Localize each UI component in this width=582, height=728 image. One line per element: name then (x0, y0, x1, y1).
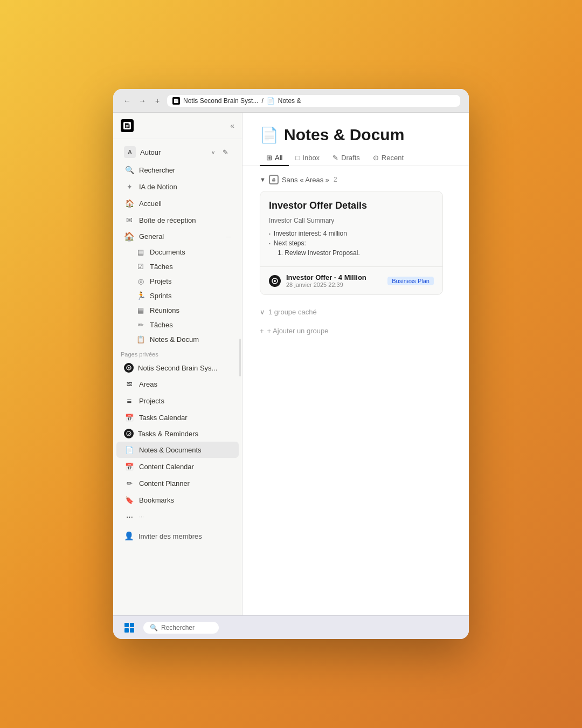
back-button[interactable]: ← (122, 95, 133, 106)
card-preview: Investor Offer Details Investor Call Sum… (260, 191, 442, 266)
sidebar-item-tasks-reminders[interactable]: Tasks & Reminders (116, 426, 239, 441)
svg-rect-0 (175, 100, 178, 101)
group-header[interactable]: ▼ Sans « Areas » 2 (260, 175, 452, 184)
sidebar-header: « (113, 113, 242, 139)
add-group-button[interactable]: + + Ajouter un groupe (260, 322, 452, 339)
add-tab-button[interactable]: + (152, 95, 163, 106)
address-bar[interactable]: Notis Second Brain Syst... / 📄 Notes & (167, 95, 460, 107)
tasks-calendar-icon: 📅 (124, 412, 135, 423)
sidebar-sub-reunions[interactable]: ▤ Réunions (116, 303, 239, 317)
breadcrumb-sep: / (261, 97, 263, 105)
add-group-label: + Ajouter un groupe (267, 327, 329, 335)
sidebar-item-content-planner[interactable]: ✏ Content Planner (116, 475, 239, 491)
taskbar-search-icon: 🔍 (150, 624, 158, 631)
card-footer-info: Investor Offer - 4 Million 28 janvier 20… (286, 273, 382, 288)
sub-item-label: Tâches (150, 263, 173, 271)
tab-inbox[interactable]: □ Inbox (289, 150, 326, 166)
tab-recent-label: Recent (382, 154, 404, 162)
hidden-group[interactable]: ∨ 1 groupe caché (260, 304, 452, 320)
forward-button[interactable]: → (137, 95, 148, 106)
workspace-chevron-icon: ∨ (211, 149, 215, 155)
bullet-text: Investor interest: 4 million (274, 230, 347, 237)
bookmarks-icon: 🔖 (124, 495, 135, 505)
sidebar-item-content-calendar[interactable]: 📅 Content Calendar (116, 458, 239, 475)
sidebar-item-tasks-calendar[interactable]: 📅 Tasks Calendar (116, 409, 239, 425)
tab-recent[interactable]: ⊙ Recent (366, 150, 410, 166)
page-header: 📄 Notes & Docum (242, 113, 469, 144)
content-planner-label: Content Planner (139, 479, 190, 487)
svg-point-9 (127, 431, 131, 436)
svg-point-12 (274, 280, 276, 282)
sidebar-item-general[interactable]: 🏠 General — (116, 229, 239, 244)
card-footer-notion-icon (269, 275, 281, 287)
sidebar-item-ia-notion[interactable]: ✦ IA de Notion (116, 178, 239, 195)
campaign-brief-icon: 📋 (136, 334, 146, 344)
favicon (172, 97, 180, 105)
invite-icon: 👤 (124, 531, 134, 541)
sidebar-sub-taches1[interactable]: ☑ Tâches (116, 259, 239, 273)
all-icon: ⊞ (266, 154, 272, 162)
main-content: 📄 Notes & Docum ⊞ All □ Inbox ✎ Drafts (242, 113, 469, 615)
investor-offer-card[interactable]: Investor Offer Details Investor Call Sum… (260, 191, 443, 295)
windows-logo (124, 623, 134, 633)
inbox-icon: ✉ (124, 215, 135, 225)
sidebar-item-notis[interactable]: Notis Second Brain Sys... (116, 360, 239, 375)
sidebar-sub-documents[interactable]: ▤ Documents (116, 245, 239, 259)
taskbar-search[interactable]: 🔍 Rechercher (143, 622, 219, 634)
page-name: 📄 (267, 97, 275, 105)
svg-rect-2 (175, 102, 177, 102)
tab-inbox-label: Inbox (302, 154, 320, 162)
svg-rect-5 (126, 126, 129, 127)
general-home-icon: 🏠 (124, 231, 135, 242)
sidebar-item-label: Accueil (139, 200, 162, 208)
card-footer: Investor Offer - 4 Million 28 janvier 20… (260, 267, 442, 294)
numbered-text: 1. Review Investor Proposal. (278, 249, 360, 257)
workspace-selector[interactable]: A Autour ∨ ✎ (116, 143, 239, 161)
new-page-icon[interactable]: ✎ (219, 146, 231, 158)
sub-item-label: Tâches (150, 321, 173, 329)
plus-icon: + (260, 327, 264, 335)
tab-all-label: All (275, 154, 282, 162)
sub-item-label: Réunions (150, 306, 179, 314)
sidebar-item-rechercher[interactable]: 🔍 Rechercher (116, 162, 239, 178)
sub-item-label: Notes & Docum (150, 335, 199, 344)
more-icon: ⋯ (124, 511, 135, 522)
invite-members-button[interactable]: 👤 Inviter des membres (116, 527, 239, 545)
sidebar-item-accueil[interactable]: 🏠 Accueil (116, 195, 239, 211)
group-lock-icon (269, 175, 279, 184)
app-window: ← → + Notis Second Brain Syst... / 📄 Not… (113, 89, 469, 639)
sidebar-sub-sprints[interactable]: 🏃 Sprints (116, 289, 239, 303)
taskbar: 🔍 Rechercher (113, 615, 469, 639)
sidebar-item-notes-documents[interactable]: 📄 Notes & Documents (116, 442, 239, 458)
notis-label: Notis Second Brain Sys... (138, 364, 217, 372)
card-footer-title: Investor Offer - 4 Million (286, 273, 382, 281)
tab-drafts[interactable]: ✎ Drafts (326, 150, 366, 166)
sidebar-item-more[interactable]: ⋯ ··· (116, 509, 239, 525)
content-planner-icon: ✏ (124, 478, 135, 489)
reunions-icon: ▤ (136, 305, 146, 315)
tasks-calendar-label: Tasks Calendar (139, 414, 188, 422)
taches2-icon: ✏ (136, 320, 146, 329)
tab-all[interactable]: ⊞ All (260, 150, 289, 166)
page-name-text: Notes & (278, 97, 301, 105)
sidebar-item-bookmarks[interactable]: 🔖 Bookmarks (116, 492, 239, 508)
expand-icon: — (226, 233, 231, 239)
site-name: Notis Second Brain Syst... (183, 97, 258, 105)
taches-icon: ☑ (136, 262, 146, 271)
page-icon: 📄 (260, 126, 279, 144)
sidebar-item-inbox[interactable]: ✉ Boîte de réception (116, 212, 239, 228)
sidebar-sub-campaign-brief[interactable]: 📋 Notes & Docum (116, 332, 239, 346)
scrollbar-thumb[interactable] (239, 339, 241, 376)
sub-item-label: Sprints (150, 292, 171, 300)
sidebar-item-projects[interactable]: ≡ Projects (116, 393, 239, 409)
sidebar-item-areas[interactable]: ≋ Areas (116, 376, 239, 392)
sidebar-sub-projets[interactable]: ◎ Projets (116, 274, 239, 288)
sprints-icon: 🏃 (136, 291, 146, 300)
group-label: Sans « Areas » (282, 176, 329, 184)
sidebar-item-label: Boîte de réception (139, 216, 196, 224)
svg-rect-10 (272, 180, 275, 182)
page-title: Notes & Docum (284, 126, 404, 144)
windows-start-button[interactable] (122, 620, 137, 635)
sidebar-sub-taches2[interactable]: ✏ Tâches (116, 318, 239, 332)
collapse-sidebar-button[interactable]: « (230, 121, 234, 130)
